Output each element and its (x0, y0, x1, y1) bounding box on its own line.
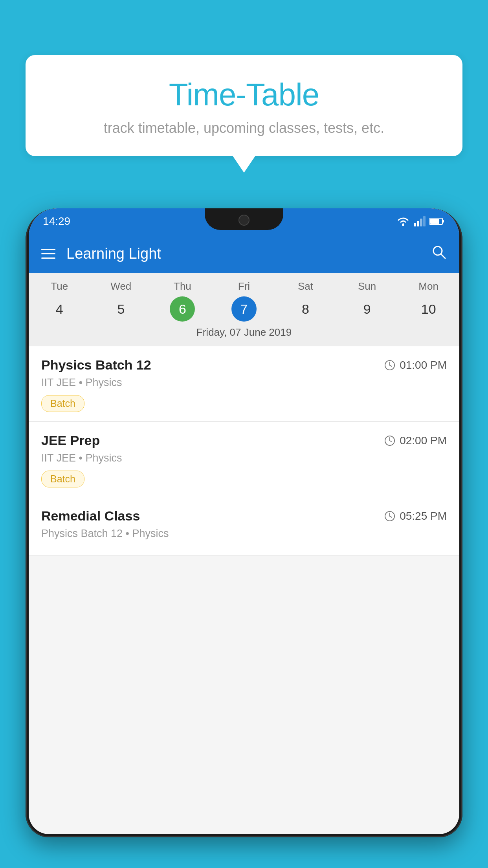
phone-notch (205, 208, 283, 230)
day-label-fri: Fri (213, 280, 275, 292)
day-9[interactable]: 9 (336, 296, 398, 322)
schedule-sub-3: Physics Batch 12 • Physics (41, 528, 447, 540)
status-icons (396, 216, 445, 226)
batch-badge-1: Batch (41, 395, 84, 412)
day-label-tue: Tue (29, 280, 90, 292)
app-title: Learning Light (66, 245, 420, 262)
svg-line-15 (390, 441, 392, 442)
speech-bubble: Time-Table track timetable, upcoming cla… (26, 55, 462, 156)
schedule-sub-2: IIT JEE • Physics (41, 452, 447, 464)
day-numbers: 4 5 6 7 8 9 (29, 296, 459, 322)
day-10[interactable]: 10 (398, 296, 459, 322)
battery-icon (429, 217, 445, 226)
menu-button[interactable] (41, 249, 55, 259)
schedule-time-1: 01:00 PM (384, 359, 447, 371)
day-7-selected[interactable]: 7 (213, 296, 275, 322)
day-label-thu: Thu (152, 280, 213, 292)
schedule-title-1: Physics Batch 12 (41, 357, 151, 373)
bubble-title: Time-Table (41, 77, 447, 113)
schedule-item-2[interactable]: JEE Prep 02:00 PM IIT JEE • Physics Batc… (29, 422, 459, 497)
menu-line (41, 253, 55, 254)
schedule-time-2: 02:00 PM (384, 434, 447, 447)
clock-icon-3 (384, 510, 396, 522)
batch-badge-2: Batch (41, 471, 84, 487)
schedule-title-2: JEE Prep (41, 433, 100, 448)
selected-date-label: Friday, 07 June 2019 (29, 326, 459, 342)
day-6-today[interactable]: 6 (152, 296, 213, 322)
svg-point-0 (402, 224, 404, 226)
calendar-strip: Tue Wed Thu Fri Sat Sun Mon 4 5 (29, 273, 459, 346)
bubble-subtitle: track timetable, upcoming classes, tests… (41, 120, 447, 136)
schedule-sub-1: IIT JEE • Physics (41, 377, 447, 389)
clock-icon-1 (384, 359, 396, 371)
schedule-list: Physics Batch 12 01:00 PM IIT JEE • Phys… (29, 346, 459, 556)
search-button[interactable] (431, 244, 447, 263)
app-bar: Learning Light (29, 234, 459, 273)
svg-rect-4 (423, 216, 426, 226)
day-4[interactable]: 4 (29, 296, 90, 322)
schedule-time-3: 05:25 PM (384, 510, 447, 522)
phone-screen: 14:29 (29, 208, 459, 834)
status-time: 14:29 (43, 215, 70, 228)
svg-rect-3 (420, 219, 422, 226)
day-label-sun: Sun (336, 280, 398, 292)
speech-bubble-container: Time-Table track timetable, upcoming cla… (26, 55, 462, 156)
day-label-sat: Sat (275, 280, 336, 292)
menu-line (41, 257, 55, 259)
day-8[interactable]: 8 (275, 296, 336, 322)
schedule-item-1[interactable]: Physics Batch 12 01:00 PM IIT JEE • Phys… (29, 346, 459, 422)
svg-line-18 (390, 516, 392, 517)
day-label-wed: Wed (90, 280, 152, 292)
schedule-title-3: Remedial Class (41, 508, 140, 524)
svg-rect-1 (414, 223, 416, 226)
svg-rect-7 (430, 219, 439, 224)
svg-rect-6 (442, 220, 444, 223)
svg-line-12 (390, 365, 392, 366)
schedule-item-3[interactable]: Remedial Class 05:25 PM Physics Batch 12… (29, 497, 459, 556)
schedule-item-header-2: JEE Prep 02:00 PM (41, 433, 447, 448)
phone-container: 14:29 (26, 208, 462, 868)
signal-icon (414, 216, 426, 226)
clock-icon-2 (384, 435, 396, 447)
wifi-icon (396, 216, 410, 226)
phone-frame: 14:29 (26, 208, 462, 837)
schedule-item-header-3: Remedial Class 05:25 PM (41, 508, 447, 524)
day-headers: Tue Wed Thu Fri Sat Sun Mon (29, 280, 459, 292)
day-label-mon: Mon (398, 280, 459, 292)
svg-line-9 (441, 254, 445, 258)
svg-rect-2 (417, 221, 419, 226)
schedule-item-header-1: Physics Batch 12 01:00 PM (41, 357, 447, 373)
front-camera (238, 215, 250, 226)
menu-line (41, 249, 55, 250)
day-5[interactable]: 5 (90, 296, 152, 322)
